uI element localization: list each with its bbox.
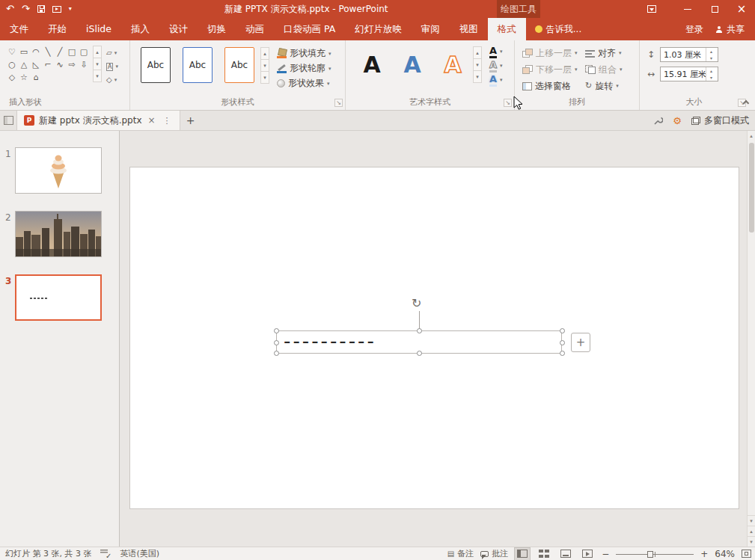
gallery-scroll-up-icon[interactable]: ▴ <box>260 47 269 60</box>
notes-button[interactable]: ▤ 备注 <box>447 548 474 559</box>
shape-icon[interactable]: ☆ <box>18 71 30 84</box>
send-backward-button[interactable]: 下移一层 ▾ <box>522 62 578 77</box>
slide-surface[interactable]: ---------- ↻ + <box>129 167 739 509</box>
tab-format[interactable]: 格式 <box>488 18 526 40</box>
group-button[interactable]: 组合 ▾ <box>585 62 623 77</box>
edit-shape-button[interactable]: ▱ ▾ <box>106 47 127 59</box>
wordart-style-preset[interactable]: A <box>355 46 389 82</box>
settings-gear-icon[interactable]: ⚙ <box>673 116 682 126</box>
share-button[interactable]: 共享 <box>715 23 745 36</box>
floating-add-button[interactable]: + <box>571 333 590 352</box>
shape-icon[interactable]: ╲ <box>42 46 54 58</box>
height-input[interactable] <box>661 49 706 61</box>
selection-handle[interactable] <box>274 351 279 356</box>
tab-animations[interactable]: 动画 <box>236 18 274 40</box>
editing-canvas[interactable]: ---------- ↻ + <box>120 131 747 547</box>
slide-thumbnail-1[interactable]: 1 <box>0 147 120 200</box>
selected-textbox[interactable]: ---------- ↻ <box>276 330 562 354</box>
align-button[interactable]: 对齐 ▾ <box>585 46 623 61</box>
tab-slideshow[interactable]: 幻灯片放映 <box>345 18 412 40</box>
spin-up-icon[interactable]: ▴ <box>706 67 716 74</box>
close-button[interactable]: × <box>728 0 755 18</box>
spell-check-icon[interactable]: ✓ <box>100 549 111 559</box>
scroll-up-icon[interactable]: ▴ <box>748 131 755 141</box>
shape-style-preset[interactable]: Abc <box>224 47 254 83</box>
collapse-ribbon-button[interactable] <box>740 96 752 107</box>
selection-handle[interactable] <box>417 351 422 356</box>
wordart-style-preset[interactable]: A <box>395 46 430 82</box>
scrollbar-thumb[interactable] <box>749 143 754 233</box>
tell-me-box[interactable]: 告诉我... <box>526 18 590 40</box>
spin-down-icon[interactable]: ▾ <box>706 55 716 61</box>
tab-home[interactable]: 开始 <box>38 18 76 40</box>
tab-file[interactable]: 文件 <box>0 18 38 40</box>
tab-insert[interactable]: 插入 <box>121 18 159 40</box>
redo-icon[interactable]: ↷ <box>22 0 30 18</box>
shape-icon[interactable]: ∿ <box>54 58 66 71</box>
selection-handle[interactable] <box>560 328 565 333</box>
zoom-in-button[interactable]: + <box>700 548 708 560</box>
vertical-scrollbar[interactable]: ▴ ▾ ▴ ▾ <box>747 131 755 547</box>
draw-textbox-button[interactable]: A ▾ <box>106 61 127 73</box>
rotation-handle[interactable]: ↻ <box>412 296 421 310</box>
width-input[interactable] <box>661 68 706 81</box>
shape-icon[interactable]: ◠ <box>30 46 42 58</box>
normal-view-button[interactable] <box>515 548 530 560</box>
language-indicator[interactable]: 英语(美国) <box>120 548 159 559</box>
shape-outline-button[interactable]: 形状轮廓 ▾ <box>277 61 331 76</box>
minimize-button[interactable] <box>674 0 701 18</box>
shape-icon[interactable]: ⇩ <box>78 58 90 71</box>
tab-pocket-animation[interactable]: 口袋动画 PA <box>274 18 345 40</box>
tab-review[interactable]: 审阅 <box>412 18 450 40</box>
new-tab-button[interactable]: + <box>180 111 201 130</box>
shape-icon[interactable]: ⌐ <box>42 58 54 71</box>
document-tab[interactable]: P 新建 pptx 演示文稿.pptx × ⋮ <box>16 111 180 130</box>
text-fill-button[interactable]: A ▾ <box>489 45 503 58</box>
selection-pane-button[interactable]: 选择窗格 <box>522 79 578 93</box>
comments-button[interactable]: 批注 <box>480 548 508 559</box>
wordart-style-preset[interactable]: A <box>435 46 470 82</box>
tab-close-icon[interactable]: × <box>147 115 157 126</box>
shape-icon[interactable]: ♡ <box>6 46 18 58</box>
shape-icon[interactable]: ╱ <box>54 46 66 58</box>
shape-icon[interactable]: ⇨ <box>66 58 78 71</box>
zoom-percentage[interactable]: 64% <box>715 548 735 560</box>
shape-icon[interactable]: □ <box>66 46 78 58</box>
save-icon[interactable] <box>37 5 45 13</box>
next-slide-icon[interactable]: ▾ <box>748 536 755 547</box>
slideshow-view-button[interactable] <box>580 548 595 560</box>
shape-effects-button[interactable]: 形状效果 ▾ <box>277 76 331 90</box>
text-effects-button[interactable]: A ▾ <box>489 73 503 87</box>
gallery-scroll-down-icon[interactable]: ▾ <box>93 58 102 70</box>
scroll-down-icon[interactable]: ▾ <box>748 515 755 526</box>
slide-counter[interactable]: 幻灯片 第 3 张, 共 3 张 <box>5 548 91 559</box>
dialog-launcher-icon[interactable]: ↘ <box>504 99 512 107</box>
text-outline-button[interactable]: A ▾ <box>489 59 503 73</box>
shape-icon[interactable]: ▢ <box>78 46 90 58</box>
shape-icon[interactable]: ◇ <box>6 71 18 84</box>
tab-tools-icon[interactable] <box>653 116 663 126</box>
spin-up-icon[interactable]: ▴ <box>706 48 716 55</box>
shape-icon[interactable]: ○ <box>6 58 18 71</box>
maximize-button[interactable] <box>701 0 728 18</box>
shape-style-preset[interactable]: Abc <box>141 47 171 83</box>
shape-icon[interactable]: ▭ <box>18 46 30 58</box>
tab-islide[interactable]: iSlide <box>76 18 121 40</box>
gallery-more-icon[interactable]: ▾ <box>260 71 269 84</box>
gallery-scroll-up-icon[interactable]: ▴ <box>473 46 482 59</box>
dialog-launcher-icon[interactable]: ↘ <box>334 99 343 107</box>
qat-dropdown-icon[interactable]: ▾ <box>69 0 72 18</box>
zoom-out-button[interactable]: − <box>602 548 609 560</box>
tab-view[interactable]: 视图 <box>450 18 488 40</box>
gallery-scroll-down-icon[interactable]: ▾ <box>260 59 269 72</box>
gallery-scroll-up-icon[interactable]: ▴ <box>93 46 102 58</box>
tab-menu-icon[interactable]: ⋮ <box>162 116 173 126</box>
ribbon-display-options-button[interactable] <box>641 0 662 18</box>
selection-handle[interactable] <box>417 328 422 333</box>
previous-slide-icon[interactable]: ▴ <box>748 526 755 536</box>
selection-handle[interactable] <box>274 340 279 345</box>
multi-window-mode-button[interactable]: 多窗口模式 <box>691 114 749 127</box>
undo-icon[interactable]: ↶ <box>6 0 14 18</box>
textbox-content[interactable]: ---------- <box>284 331 376 353</box>
shape-fill-button[interactable]: 形状填充 ▾ <box>277 46 331 61</box>
